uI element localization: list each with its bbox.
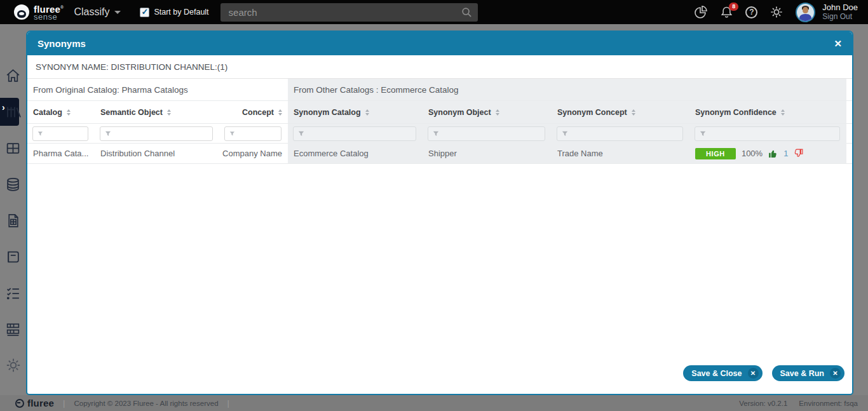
funnel-icon <box>562 130 568 137</box>
sidebar-item-catalog-file[interactable] <box>0 212 26 229</box>
cell-catalog: Pharma Cata... <box>27 144 95 163</box>
reports-pie-chart-icon[interactable] <box>694 5 708 19</box>
sidebar-item-glossary[interactable] <box>0 248 26 265</box>
notification-count-badge: 8 <box>729 3 738 11</box>
settings-gear-icon[interactable] <box>770 5 783 19</box>
table-header-row: Catalog Semantic Object Concept Synonym … <box>27 101 852 124</box>
table-group-header-row: From Original Catalog: Pharma Catalogs F… <box>27 79 852 101</box>
file-table-icon <box>5 213 21 229</box>
funnel-icon <box>700 130 706 137</box>
search-input[interactable] <box>220 3 478 22</box>
sort-icon <box>67 109 71 116</box>
library-icon <box>5 104 22 120</box>
database-icon <box>5 177 21 192</box>
sidebar-item-datasets[interactable] <box>0 176 26 192</box>
cell-concept: Company Name <box>219 144 288 163</box>
version-text: Version: v0.2.1 <box>739 400 787 407</box>
sidebar-item-tasks[interactable] <box>0 285 26 301</box>
sidebar-item-settings[interactable] <box>0 357 26 374</box>
sort-icon <box>278 109 282 116</box>
column-header-synonym-concept[interactable]: Synonym Concept <box>552 101 689 123</box>
sidebar-item-tables[interactable] <box>0 140 26 156</box>
notifications-bell-icon[interactable]: 8 <box>720 6 733 19</box>
sort-icon <box>781 109 785 116</box>
user-name: John Doe <box>822 3 858 12</box>
save-run-button[interactable]: Save & Run ✕ <box>772 365 844 381</box>
chevron-down-icon <box>114 11 121 14</box>
sort-icon <box>167 109 171 116</box>
confidence-badge: HIGH <box>695 148 736 159</box>
table-filter-row <box>27 124 852 144</box>
column-header-catalog[interactable]: Catalog <box>27 101 95 123</box>
table-grid-icon <box>5 140 21 156</box>
thumbs-up-icon[interactable] <box>768 149 778 158</box>
thumbs-down-icon[interactable] <box>794 149 803 158</box>
cell-synonym-object: Shipper <box>423 144 552 163</box>
divider: | <box>227 398 229 408</box>
filter-synonym-concept[interactable] <box>557 126 683 141</box>
close-circle-icon[interactable]: ✕ <box>748 368 759 379</box>
sidebar-item-archive[interactable] <box>0 321 26 337</box>
copyright-text: Copyright © 2023 Fluree - All rights res… <box>74 400 218 407</box>
column-header-synonym-catalog[interactable]: Synonym Catalog <box>288 101 423 123</box>
funnel-icon <box>105 130 111 137</box>
gear-icon <box>5 357 22 374</box>
group-original-catalog: From Original Catalog: Pharma Catalogs <box>27 79 288 100</box>
page-footer: fluree | Copyright © 2023 Fluree - All r… <box>0 395 868 411</box>
checkbox-checked-icon[interactable] <box>140 8 149 17</box>
column-header-concept[interactable]: Concept <box>219 101 288 123</box>
brand-subname: sense <box>34 13 64 20</box>
filter-semantic-object[interactable] <box>100 126 213 141</box>
user-block: John Doe Sign Out <box>822 3 858 21</box>
sign-out-link[interactable]: Sign Out <box>822 12 858 21</box>
sidebar-nav <box>0 24 26 395</box>
funnel-icon <box>433 130 439 137</box>
synonyms-modal: Synonyms ✕ SYNONYM NAME: DISTRIBUTION CH… <box>26 30 853 395</box>
registered-mark: ® <box>60 5 64 10</box>
checkbox-label: Start by Default <box>154 8 208 17</box>
environment-text: Environment: fsqa <box>799 400 858 407</box>
save-close-button[interactable]: Save & Close ✕ <box>683 365 762 381</box>
home-icon <box>5 68 21 84</box>
search-icon <box>461 7 472 20</box>
filter-synonym-confidence[interactable] <box>695 126 840 141</box>
footer-meta: Version: v0.2.1 Environment: fsqa <box>739 400 858 407</box>
funnel-icon <box>37 130 43 137</box>
top-bar: fluree® sense Classify Start by Default … <box>0 0 868 24</box>
classify-menu[interactable]: Classify <box>74 6 121 18</box>
column-header-semantic-object[interactable]: Semantic Object <box>95 101 219 123</box>
sort-icon <box>632 109 635 116</box>
brand-logo: fluree® sense <box>14 4 64 20</box>
footer-logo: fluree <box>15 398 54 408</box>
start-by-default-checkbox[interactable]: Start by Default <box>140 8 208 17</box>
sort-icon <box>365 109 369 116</box>
divider: | <box>63 398 65 408</box>
synonym-name-row: SYNONYM NAME: DISTRIBUTION CHANNEL:(1) <box>27 55 852 79</box>
filter-catalog[interactable] <box>32 126 88 141</box>
column-header-synonym-object[interactable]: Synonym Object <box>423 101 552 123</box>
topbar-actions: 8 ? John Doe Sign Out <box>694 3 858 22</box>
sidebar-item-home[interactable] <box>0 67 26 84</box>
help-icon[interactable]: ? <box>745 6 757 18</box>
filter-synonym-object[interactable] <box>428 126 545 141</box>
sidebar-item-library[interactable] <box>0 104 26 120</box>
brand-name: fluree® <box>34 4 64 13</box>
search-box <box>220 3 478 22</box>
filter-concept[interactable] <box>224 126 281 141</box>
cell-synonym-concept: Trade Name <box>552 144 689 163</box>
funnel-icon <box>229 130 235 137</box>
upvote-count: 1 <box>783 149 788 158</box>
classify-menu-label: Classify <box>74 6 109 18</box>
confidence-percent: 100% <box>742 149 763 158</box>
book-icon <box>5 249 21 265</box>
modal-title: Synonyms <box>37 38 86 49</box>
column-header-synonym-confidence[interactable]: Synonym Confidence <box>689 101 846 123</box>
table-row: Pharma Cata... Distribution Channel Comp… <box>27 144 852 164</box>
funnel-icon <box>298 130 304 137</box>
footer-brand: fluree <box>27 398 54 408</box>
fluree-logo-icon <box>15 399 24 408</box>
close-circle-icon[interactable]: ✕ <box>830 368 841 379</box>
user-avatar[interactable] <box>796 3 815 22</box>
filter-synonym-catalog[interactable] <box>293 126 416 141</box>
close-icon[interactable]: ✕ <box>834 39 842 48</box>
